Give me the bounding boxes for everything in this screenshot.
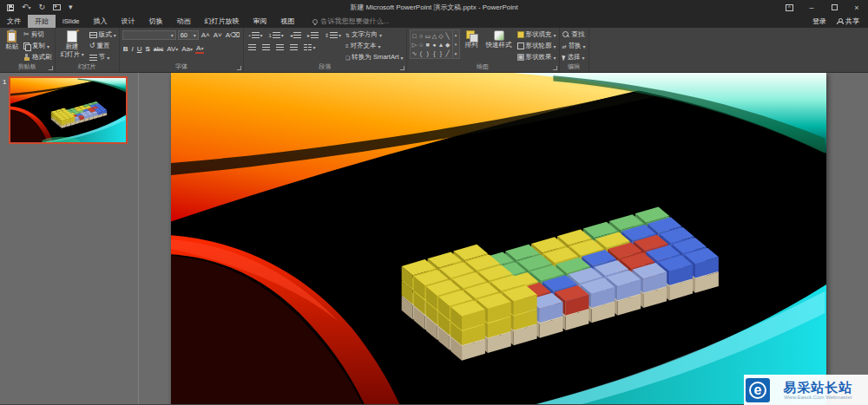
font-size-combo[interactable]: 60▾: [178, 30, 199, 40]
shape-glyph[interactable]: ╱: [446, 50, 450, 56]
tab-动画[interactable]: 动画: [170, 15, 198, 28]
drawing-group: □○▭△◇╲▷☆■●▲◆∿(){}╱ ▴ ▾ ▼ 排列 快速样式 形状填充▾ 形…: [407, 28, 560, 72]
scroll-down-icon[interactable]: ▾: [455, 42, 457, 47]
ribbon: 粘贴 ✂剪切 复制▾ 格式刷 剪贴板 新建幻灯片 ▾ 版式▾ ↺重置 节▾ 幻灯…: [0, 28, 868, 73]
signin-button[interactable]: 登录: [812, 16, 826, 26]
shrink-font-button[interactable]: A˅: [213, 32, 223, 39]
font-name-combo[interactable]: ▾: [122, 30, 176, 40]
convert-smartart-button[interactable]: ❏转换为 SmartArt▾: [345, 52, 404, 62]
line-spacing-button[interactable]: ⇕▾: [323, 31, 343, 39]
shape-fill-button[interactable]: 形状填充▾: [517, 29, 556, 40]
format-painter-button[interactable]: 格式刷: [23, 52, 52, 62]
paragraph-dialog-launcher[interactable]: [400, 66, 404, 70]
tab-设计[interactable]: 设计: [115, 15, 142, 28]
grow-font-button[interactable]: A˄: [201, 32, 211, 39]
italic-button[interactable]: I: [130, 46, 134, 53]
minimize-button[interactable]: –: [800, 0, 823, 15]
slide-thumbnail-panel[interactable]: 1: [0, 73, 139, 404]
arrange-button[interactable]: 排列: [463, 29, 481, 62]
save-button[interactable]: [7, 4, 14, 11]
tab-切换[interactable]: 切换: [142, 15, 170, 28]
text-shadow-button[interactable]: S: [145, 46, 151, 53]
copy-button[interactable]: 复制▾: [23, 41, 52, 51]
tell-me-box[interactable]: 告诉我您想要做什么...: [312, 15, 390, 28]
shape-glyph[interactable]: (: [420, 50, 422, 56]
align-right-button[interactable]: [274, 43, 286, 51]
drawing-dialog-launcher[interactable]: [553, 66, 557, 70]
shape-glyph[interactable]: }: [440, 50, 442, 56]
font-color-button[interactable]: A▾: [195, 45, 204, 54]
align-left-button[interactable]: [247, 43, 258, 51]
slide-1-thumbnail[interactable]: [9, 76, 128, 144]
shape-glyph[interactable]: ■: [426, 42, 430, 48]
shape-glyph[interactable]: ▷: [412, 42, 417, 48]
reset-button[interactable]: ↺重置: [89, 41, 116, 51]
shape-outline-label: 形状轮廓: [526, 42, 552, 50]
share-button[interactable]: 共享: [837, 16, 859, 26]
shape-outline-button[interactable]: 形状轮廓▾: [517, 41, 556, 51]
character-spacing-button[interactable]: AV▾: [166, 46, 179, 53]
quick-styles-button[interactable]: 快速样式: [483, 29, 515, 62]
slide-editing-area[interactable]: [139, 73, 868, 404]
close-button[interactable]: ×: [845, 0, 868, 15]
shapes-gallery-scroll[interactable]: ▴ ▾ ▼: [452, 30, 459, 58]
section-button[interactable]: 节▾: [89, 52, 116, 62]
shape-glyph[interactable]: ∿: [411, 50, 417, 56]
ribbon-display-options-button[interactable]: [778, 0, 800, 15]
start-slideshow-button[interactable]: [53, 4, 61, 10]
tab-幻灯片放映[interactable]: 幻灯片放映: [198, 15, 247, 28]
person-icon: [837, 18, 843, 24]
columns-button[interactable]: ▾: [302, 43, 317, 51]
shape-glyph[interactable]: ): [427, 50, 429, 56]
select-button[interactable]: 选择▾: [562, 52, 586, 62]
find-button[interactable]: 查找: [562, 29, 586, 40]
bold-button[interactable]: B: [122, 46, 129, 53]
shape-glyph[interactable]: ▭: [424, 33, 431, 39]
shape-glyph[interactable]: ▲: [438, 42, 444, 48]
shape-glyph[interactable]: {: [433, 50, 435, 56]
tab-审阅[interactable]: 审阅: [247, 15, 274, 28]
align-text-button[interactable]: ≡对齐文本▾: [345, 41, 404, 51]
slide-canvas[interactable]: [171, 73, 826, 404]
undo-button[interactable]: ↶▾: [22, 3, 31, 11]
shape-glyph[interactable]: ╲: [446, 33, 450, 39]
increase-indent-button[interactable]: ▸: [306, 31, 320, 39]
align-center-button[interactable]: [260, 43, 272, 51]
clear-formatting-button[interactable]: A⌫: [225, 32, 241, 39]
shape-glyph[interactable]: △: [432, 33, 437, 39]
gallery-more-icon[interactable]: ▼: [454, 51, 458, 56]
text-direction-button[interactable]: ⇅文字方向▾: [345, 29, 404, 40]
underline-button[interactable]: U: [136, 46, 143, 53]
shape-glyph[interactable]: ☆: [418, 42, 424, 48]
repeat-button[interactable]: ↻: [39, 3, 46, 11]
shape-effects-button[interactable]: 形状效果▾: [517, 52, 556, 62]
layout-button[interactable]: 版式▾: [89, 29, 116, 40]
qat-customize-button[interactable]: ▾: [69, 3, 73, 11]
shape-glyph[interactable]: ◆: [445, 42, 450, 48]
shape-glyph[interactable]: ●: [432, 42, 436, 48]
clipboard-dialog-launcher[interactable]: [49, 66, 53, 70]
slideshow-icon: [53, 4, 61, 10]
shapes-gallery[interactable]: □○▭△◇╲▷☆■●▲◆∿(){}╱ ▴ ▾ ▼: [410, 29, 460, 59]
shape-glyph[interactable]: □: [412, 33, 416, 39]
shape-glyph[interactable]: ◇: [438, 33, 443, 39]
decrease-indent-button[interactable]: ◂: [288, 31, 303, 39]
tab-视图[interactable]: 视图: [274, 15, 302, 28]
justify-button[interactable]: [288, 43, 299, 51]
cut-button[interactable]: ✂剪切: [23, 29, 52, 40]
scroll-up-icon[interactable]: ▴: [455, 32, 457, 37]
tab-开始[interactable]: 开始: [28, 15, 56, 28]
tab-文件[interactable]: 文件: [0, 15, 28, 28]
strikethrough-button[interactable]: abc: [153, 46, 164, 52]
maximize-button[interactable]: [823, 0, 845, 15]
tab-iSlide[interactable]: iSlide: [56, 15, 87, 28]
change-case-button[interactable]: Aa▾: [181, 46, 194, 53]
new-slide-button[interactable]: 新建幻灯片 ▾: [58, 29, 87, 62]
bullets-button[interactable]: •▾: [247, 31, 264, 39]
shape-glyph[interactable]: ○: [419, 33, 423, 39]
font-dialog-launcher[interactable]: [237, 66, 241, 70]
replace-button[interactable]: ⇄替换▾: [562, 41, 586, 51]
paste-button[interactable]: 粘贴: [3, 29, 21, 62]
numbering-button[interactable]: 1▾: [267, 31, 286, 39]
tab-插入[interactable]: 插入: [87, 15, 115, 28]
